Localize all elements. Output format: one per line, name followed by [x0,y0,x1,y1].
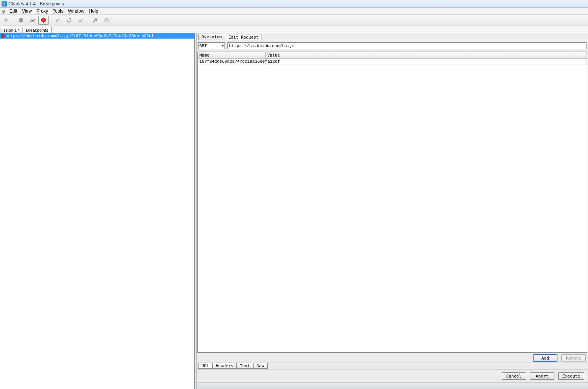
btab-raw[interactable]: Raw [253,363,268,369]
titlebar: Charles 4.1.4 - Breakpoints [0,0,588,8]
left-pane: https://hm.baidu.com/hm.js?167f84dde68a2… [0,33,195,389]
app-icon [2,1,7,6]
window-title: Charles 4.1.4 - Breakpoints [8,1,64,6]
right-pane: Overview Edit Request GET ▼ https://hm.b… [197,33,588,389]
toolbar [0,15,588,26]
svg-point-6 [106,19,107,21]
statusbar [197,382,588,389]
method-row: GET ▼ https://hm.baidu.com/hm.js [197,40,588,52]
rtab-edit-request[interactable]: Edit Request [225,34,262,40]
btab-headers[interactable]: Headers [212,363,237,369]
table-row[interactable]: 167f84dde68a2a747dc19a36eefa32df [198,59,587,65]
request-icon [1,34,5,38]
menu-edit[interactable]: Edit [7,8,20,15]
tab-session[interactable]: ssion 1 * [0,27,23,33]
svg-marker-2 [41,18,46,23]
add-button[interactable]: Add [533,354,557,362]
svg-point-1 [19,18,23,23]
pencil-icon[interactable] [53,16,63,25]
bottom-tabs: URL Headers Text Raw [197,363,588,370]
record-icon[interactable] [16,16,26,25]
new-session-icon[interactable] [2,16,11,25]
add-remove-row: Add Remove [197,353,588,363]
dropdown-arrow-icon: ▼ [222,44,224,48]
tab-breakpoints[interactable]: Breakpoints [23,27,52,33]
menu-window[interactable]: Window [66,8,87,15]
cancel-button[interactable]: Cancel [502,372,526,380]
settings-icon[interactable] [102,16,111,25]
remove-button[interactable]: Remove [561,354,586,362]
menu-proxy[interactable]: Proxy [34,8,50,15]
method-select[interactable]: GET ▼ [198,42,225,49]
rtab-overview[interactable]: Overview [198,34,225,40]
svg-point-4 [96,18,97,19]
check-icon[interactable] [76,16,86,25]
menu-tools[interactable]: Tools [50,8,66,15]
col-name[interactable]: Name [198,52,266,58]
menu-file[interactable]: e [0,8,7,15]
throttle-icon[interactable] [27,16,37,25]
btab-text[interactable]: Text [236,363,254,369]
refresh-icon[interactable] [64,16,74,25]
cell-value [266,59,587,65]
param-table: Name Value 167f84dde68a2a747dc19a36eefa3… [197,52,587,353]
col-value[interactable]: Value [266,52,587,58]
svg-marker-0 [5,18,8,23]
url-input[interactable]: https://hm.baidu.com/hm.js [227,42,586,49]
workarea: https://hm.baidu.com/hm.js?167f84dde68a2… [0,33,588,389]
method-value: GET [199,44,207,48]
tools-icon[interactable] [90,16,100,25]
execute-button[interactable]: Execute [558,372,584,380]
btab-url[interactable]: URL [198,363,213,369]
abort-button[interactable]: Abort [530,372,554,380]
menu-view[interactable]: View [19,8,34,15]
breakpoint-entry[interactable]: https://hm.baidu.com/hm.js?167f84dde68a2… [0,33,194,39]
breakpoints-icon[interactable] [38,16,49,25]
action-row: Cancel Abort Execute [197,370,588,382]
param-table-header: Name Value [198,52,587,59]
menubar: e Edit View Proxy Tools Window Help [0,8,588,15]
menu-help[interactable]: Help [87,8,101,15]
breakpoint-url: https://hm.baidu.com/hm.js?167f84dde68a2… [5,34,154,38]
main-tabs: ssion 1 * Breakpoints [0,26,588,33]
cell-name: 167f84dde68a2a747dc19a36eefa32df [198,59,266,65]
right-tabs: Overview Edit Request [197,33,588,40]
